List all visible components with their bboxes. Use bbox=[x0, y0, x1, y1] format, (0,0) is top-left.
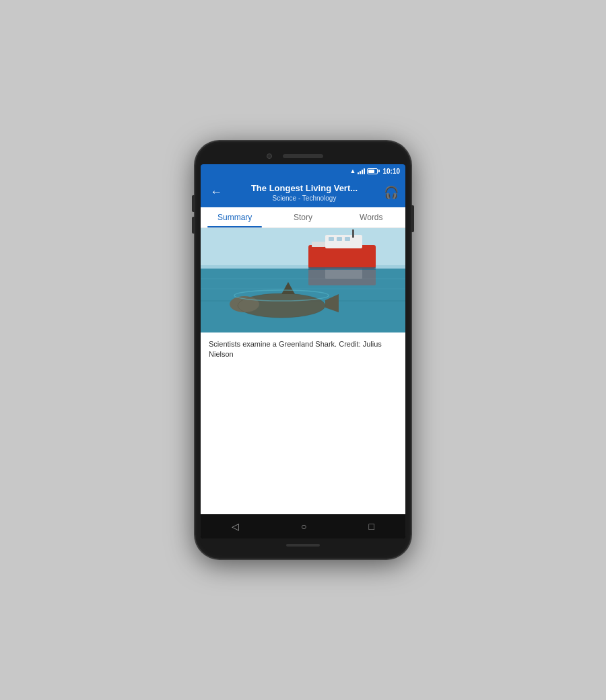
battery-icon bbox=[367, 168, 378, 174]
svg-rect-15 bbox=[308, 267, 376, 270]
svg-rect-6 bbox=[308, 245, 376, 269]
phone-screen: ▲ 10:10 ← The Longest Living V bbox=[201, 164, 405, 538]
signal-bar-3 bbox=[362, 170, 363, 174]
status-icons: ▲ 10:10 bbox=[350, 168, 401, 175]
status-bar: ▲ 10:10 bbox=[201, 164, 405, 178]
svg-rect-9 bbox=[337, 237, 342, 241]
battery-fill bbox=[368, 170, 374, 173]
svg-rect-11 bbox=[352, 230, 354, 238]
signal-bar-4 bbox=[364, 168, 365, 174]
phone-speaker-grille bbox=[283, 154, 323, 158]
header-title-block: The Longest Living Vert... Science - Tec… bbox=[230, 183, 378, 202]
screen-content: Scientists examine a Greenland Shark. Cr… bbox=[201, 228, 405, 514]
svg-rect-8 bbox=[329, 237, 334, 241]
back-nav-button[interactable]: ◁ bbox=[226, 518, 244, 534]
article-category: Science - Technology bbox=[230, 195, 378, 202]
article-caption: Scientists examine a Greenland Shark. Cr… bbox=[201, 332, 405, 367]
tabs-bar: Summary Story Words bbox=[201, 207, 405, 228]
svg-rect-12 bbox=[312, 242, 325, 247]
signal-bar-1 bbox=[358, 172, 359, 174]
volume-up-button[interactable] bbox=[192, 195, 195, 212]
signal-icon bbox=[358, 168, 365, 174]
article-image bbox=[201, 228, 405, 332]
phone-device: ▲ 10:10 ← The Longest Living V bbox=[195, 141, 411, 559]
front-camera bbox=[267, 153, 272, 159]
app-header: ← The Longest Living Vert... Science - T… bbox=[201, 178, 405, 207]
android-nav-bar: ◁ ○ □ bbox=[201, 514, 405, 538]
signal-bar-2 bbox=[360, 171, 361, 174]
tab-words[interactable]: Words bbox=[337, 207, 405, 228]
recent-nav-button[interactable]: □ bbox=[364, 518, 380, 534]
power-button[interactable] bbox=[411, 205, 414, 232]
home-nav-button[interactable]: ○ bbox=[296, 518, 312, 534]
wifi-icon: ▲ bbox=[350, 168, 356, 174]
phone-bottom bbox=[201, 538, 405, 552]
back-button[interactable]: ← bbox=[207, 184, 225, 201]
home-bar bbox=[286, 544, 320, 547]
article-title: The Longest Living Vert... bbox=[230, 183, 378, 194]
svg-rect-10 bbox=[345, 237, 350, 241]
phone-top-notch bbox=[201, 148, 405, 164]
volume-down-button[interactable] bbox=[192, 217, 195, 234]
article-svg bbox=[201, 228, 405, 332]
audio-button[interactable]: 🎧 bbox=[384, 185, 399, 200]
tab-story[interactable]: Story bbox=[269, 207, 337, 228]
svg-rect-14 bbox=[325, 269, 362, 279]
tab-summary[interactable]: Summary bbox=[201, 207, 269, 228]
status-time: 10:10 bbox=[382, 168, 400, 175]
